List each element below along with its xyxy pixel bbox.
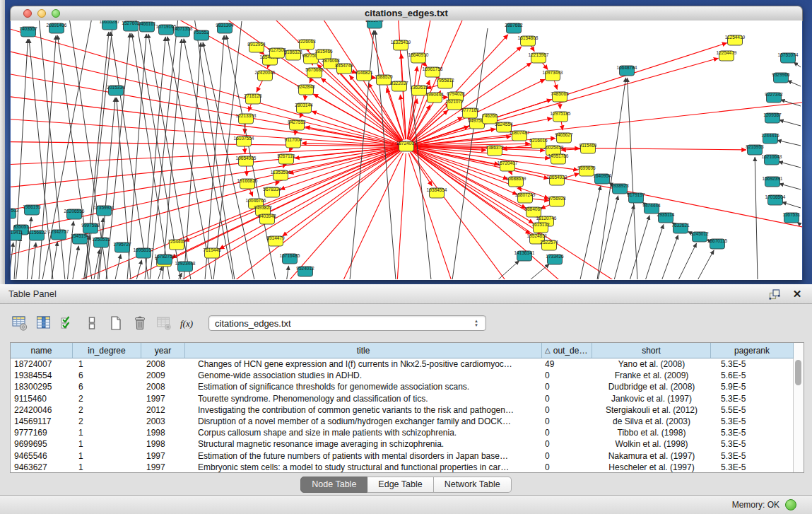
cell-out-de[interactable]: 0 (542, 451, 592, 461)
cell-name[interactable]: 18300295 (11, 382, 73, 392)
cell-in-degree[interactable]: 1 (73, 462, 141, 472)
column-header-name[interactable]: name (11, 343, 73, 358)
cell-pagerank[interactable]: 5.3E-5 (711, 416, 794, 426)
column-header-year[interactable]: year (141, 343, 185, 358)
cell-out-de[interactable]: 0 (542, 394, 592, 404)
cell-short[interactable]: de Silva et al. (2003) (592, 416, 711, 426)
table-row[interactable]: 946554611997Estimation of the future num… (11, 450, 794, 462)
delete-columns-icon[interactable] (130, 314, 150, 332)
cell-out-de[interactable]: 0 (542, 416, 592, 426)
cell-year[interactable]: 1997 (141, 394, 185, 404)
cell-name[interactable]: 22420046 (11, 405, 73, 415)
cell-title[interactable]: Genome-wide association studies in ADHD. (185, 370, 542, 380)
select-all-columns-icon[interactable] (58, 314, 78, 332)
column-header-title[interactable]: title (185, 343, 542, 358)
cell-title[interactable]: Corpus callosum shape and size in male p… (185, 428, 542, 438)
cell-title[interactable]: Structural magnetic resonance image aver… (185, 439, 542, 449)
table-row[interactable]: 946362711997Embryonic stem cells: a mode… (11, 462, 794, 473)
cell-year[interactable]: 2012 (141, 405, 185, 415)
tab-node-table[interactable]: Node Table (300, 477, 367, 493)
cell-year[interactable]: 2009 (141, 370, 185, 380)
cell-in-degree[interactable]: 1 (73, 451, 141, 461)
cell-name[interactable]: 9699695 (11, 439, 73, 449)
cell-pagerank[interactable]: 5.5E-5 (711, 405, 794, 415)
network-canvas[interactable]: 1872400789129541654398222420046271812612… (11, 21, 802, 280)
network-nodes[interactable]: 1872400789129541654398222420046271812612… (11, 21, 801, 276)
cell-out-de[interactable]: 0 (542, 382, 592, 392)
cell-pagerank[interactable]: 5.3E-5 (711, 462, 794, 472)
cell-pagerank[interactable]: 5.3E-5 (711, 359, 794, 369)
column-header-pagerank[interactable]: pagerank (711, 343, 794, 358)
cell-name[interactable]: 19384554 (11, 370, 73, 380)
column-header-out-de[interactable]: △out_de… (542, 343, 592, 358)
cell-in-degree[interactable]: 2 (73, 416, 141, 426)
cell-title[interactable]: Disruption of a novel member of a sodium… (185, 416, 542, 426)
table-row[interactable]: 1872400712008Changes of HCN gene express… (11, 358, 794, 370)
cell-pagerank[interactable]: 5.6E-5 (711, 370, 794, 380)
cell-name[interactable]: 14569117 (11, 416, 73, 426)
cell-short[interactable]: Tibbo et al. (1998) (592, 428, 711, 438)
cell-year[interactable]: 1998 (141, 439, 185, 449)
cell-year[interactable]: 2008 (141, 382, 185, 392)
table-options-icon[interactable] (10, 314, 30, 332)
cell-in-degree[interactable]: 1 (73, 428, 141, 438)
cell-in-degree[interactable]: 1 (73, 439, 141, 449)
cell-out-de[interactable]: 0 (542, 439, 592, 449)
cell-name[interactable]: 9777169 (11, 428, 73, 438)
cell-short[interactable]: Franke et al. (2009) (592, 370, 711, 380)
cell-short[interactable]: Jankovic et al. (1997) (592, 394, 711, 404)
cell-pagerank[interactable]: 5.3E-5 (711, 394, 794, 404)
cell-title[interactable]: Estimation of the future numbers of pati… (185, 451, 542, 461)
function-builder-icon[interactable]: f(x) (178, 314, 198, 332)
cell-short[interactable]: Nakamura et al. (1997) (592, 451, 711, 461)
delete-table-icon[interactable] (154, 314, 174, 332)
table-scrollbar[interactable] (793, 343, 804, 472)
cell-pagerank[interactable]: 5.3E-5 (711, 451, 794, 461)
cell-title[interactable]: Embryonic stem cells: a model to study s… (185, 462, 542, 472)
cell-year[interactable]: 1997 (141, 462, 185, 472)
cell-title[interactable]: Investigating the contribution of common… (185, 405, 542, 415)
cell-title[interactable]: Changes of HCN gene expression and I(f) … (185, 359, 542, 369)
cell-short[interactable]: Wolkin et al. (1998) (592, 439, 711, 449)
table-select-dropdown[interactable]: citations_edges.txt ▲▼ (208, 315, 486, 331)
cell-year[interactable]: 2008 (141, 359, 185, 369)
memory-indicator[interactable] (785, 499, 796, 510)
cell-short[interactable]: Stergiakouli et al. (2012) (592, 405, 711, 415)
cell-year[interactable]: 2003 (141, 416, 185, 426)
cell-name[interactable]: 9463627 (11, 462, 73, 472)
table-row[interactable]: 1938455462009Genome-wide association stu… (11, 370, 794, 381)
cell-in-degree[interactable]: 2 (73, 394, 141, 404)
scrollbar-thumb[interactable] (795, 360, 801, 385)
cell-out-de[interactable]: 49 (542, 359, 592, 369)
column-header-short[interactable]: short (592, 343, 711, 358)
cell-pagerank[interactable]: 5.3E-5 (711, 439, 794, 449)
cell-pagerank[interactable]: 5.3E-5 (711, 428, 794, 438)
cell-title[interactable]: Estimation of significance thresholds fo… (185, 382, 542, 392)
tab-edge-table[interactable]: Edge Table (367, 477, 433, 493)
cell-out-de[interactable]: 0 (542, 370, 592, 380)
cell-title[interactable]: Tourette syndrome. Phenomenology and cla… (185, 394, 542, 404)
cell-short[interactable]: Yano et al. (2008) (592, 359, 711, 369)
network-window-titlebar[interactable]: citations_edges.txt (10, 6, 803, 21)
cell-in-degree[interactable]: 1 (73, 359, 141, 369)
cell-in-degree[interactable]: 6 (73, 370, 141, 380)
cell-year[interactable]: 1998 (141, 428, 185, 438)
network-canvas-svg[interactable]: 1872400789129541654398222420046271812612… (11, 21, 802, 279)
create-column-icon[interactable] (106, 314, 126, 332)
float-panel-icon[interactable] (768, 288, 781, 300)
cell-name[interactable]: 18724007 (11, 359, 73, 369)
table-row[interactable]: 911546021997Tourette syndrome. Phenomeno… (11, 393, 794, 404)
cell-pagerank[interactable]: 5.9E-5 (711, 382, 794, 392)
column-header-in-degree[interactable]: in_degree (73, 343, 141, 358)
close-button[interactable] (23, 9, 32, 18)
table-row[interactable]: 977716911998Corpus callosum shape and si… (11, 427, 794, 438)
tab-network-table[interactable]: Network Table (434, 477, 512, 493)
show-columns-icon[interactable] (34, 314, 54, 332)
clear-selection-icon[interactable] (82, 314, 102, 332)
cell-short[interactable]: Dudbridge et al. (2008) (592, 382, 711, 392)
cell-out-de[interactable]: 0 (542, 462, 592, 472)
cell-out-de[interactable]: 0 (542, 428, 592, 438)
cell-out-de[interactable]: 0 (542, 405, 592, 415)
cell-name[interactable]: 9465546 (11, 451, 73, 461)
cell-name[interactable]: 9115460 (11, 394, 73, 404)
